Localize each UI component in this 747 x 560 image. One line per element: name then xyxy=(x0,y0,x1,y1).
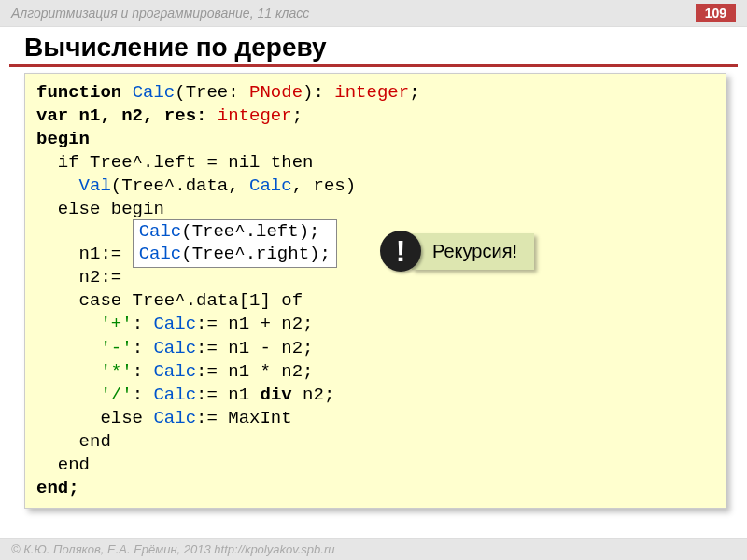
recursion-callout: ! Рекурсия! xyxy=(380,231,534,272)
slide-title: Вычисление по дереву xyxy=(9,27,738,67)
page-number: 109 xyxy=(696,4,736,22)
exclamation-icon: ! xyxy=(380,231,421,272)
code-content: function Calc(Tree: PNode): integer; var… xyxy=(36,81,714,500)
recursion-box: Calc(Tree^.left); Calc(Tree^.right); xyxy=(133,219,337,268)
slide-footer: © К.Ю. Поляков, Е.А. Ерёмин, 2013 http:/… xyxy=(0,538,747,560)
code-block: function Calc(Tree: PNode): integer; var… xyxy=(24,73,726,509)
course-label: Алгоритмизация и программирование, 11 кл… xyxy=(11,6,309,21)
slide-header: Алгоритмизация и программирование, 11 кл… xyxy=(0,0,747,27)
callout-label: Рекурсия! xyxy=(412,233,534,270)
